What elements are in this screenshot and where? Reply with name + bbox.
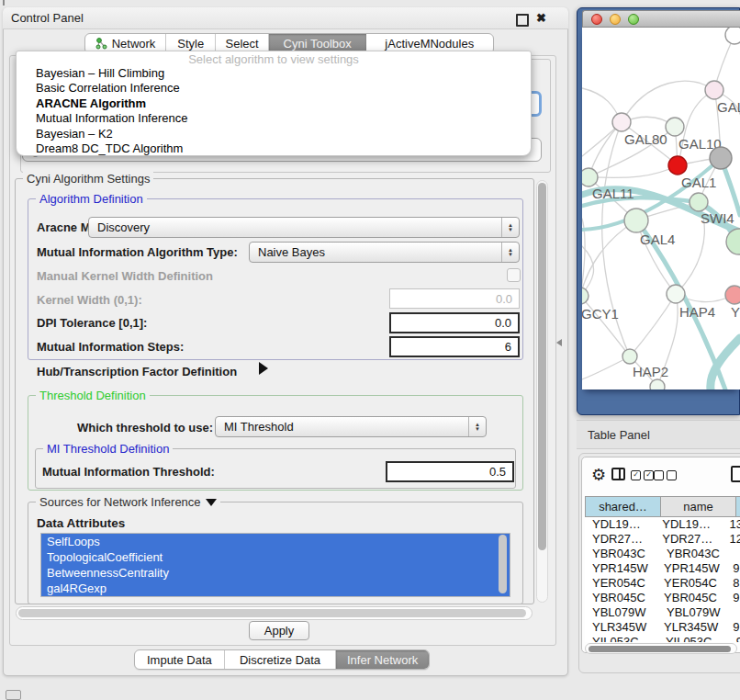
settings-vertical-scrollbar-thumb[interactable] (538, 183, 546, 550)
expand-arrow-icon[interactable] (259, 362, 268, 375)
node-label: GAL (717, 99, 740, 115)
columns-icon[interactable] (611, 468, 625, 480)
tab-impute-data[interactable]: Impute Data (135, 650, 225, 669)
table-row[interactable]: YBR043C YBR043C (585, 547, 740, 561)
network-node-gal4[interactable] (624, 209, 648, 232)
table-row[interactable]: YPR145W YPR145W 9. (585, 561, 740, 576)
network-node[interactable] (725, 28, 740, 44)
attribute-item[interactable]: BetweennessCentrality (41, 565, 510, 581)
network-node[interactable] (726, 229, 740, 254)
table-row[interactable]: YLR345W YLR345W 9. (585, 620, 740, 635)
tab-discretize-data[interactable]: Discretize Data (225, 650, 336, 669)
table-row[interactable]: YER054C YER054C 8. (585, 576, 740, 591)
mi-steps-value: 6 (505, 340, 511, 354)
window-minimize-button[interactable] (610, 14, 621, 25)
network-node-gal80[interactable] (612, 113, 631, 131)
dpi-tolerance-field[interactable]: 0.0 (389, 312, 520, 333)
network-edge[interactable] (630, 294, 676, 356)
control-panel-titlebar[interactable]: Control Panel (3, 7, 568, 29)
table-horizontal-scrollbar-thumb[interactable] (589, 646, 731, 652)
close-button[interactable]: ✖ (536, 14, 546, 23)
column-header-name[interactable]: name (661, 496, 736, 517)
collapse-arrow-icon (206, 499, 217, 506)
node-label: HAP2 (633, 364, 668, 379)
select-all-columns-icon[interactable]: ✓✓ (631, 470, 654, 480)
network-window-titlebar[interactable] (582, 10, 740, 28)
tab-infer-network[interactable]: Infer Network (336, 650, 429, 669)
group-title: MI Threshold Definition (43, 442, 173, 456)
dpi-tolerance-label: DPI Tolerance [0,1]: (37, 316, 147, 330)
dropdown-item[interactable]: Mutual Information Inference (17, 111, 531, 126)
network-node-gal11[interactable] (582, 168, 598, 186)
deselect-all-columns-icon[interactable] (654, 470, 677, 480)
sources-title: Sources for Network Inference (39, 495, 201, 509)
data-attributes-list[interactable]: SelfLoopsTopologicalCoefficientBetweenne… (40, 533, 510, 597)
network-node[interactable] (710, 147, 732, 169)
network-edge[interactable] (582, 296, 630, 356)
stepper-icon: ▲▼ (501, 218, 519, 237)
attribute-item[interactable]: SelfLoops (41, 534, 510, 549)
cell-value: 13 (725, 517, 740, 532)
network-node-gcy1[interactable] (582, 288, 589, 304)
cell-shared-name: YPR145W (585, 561, 656, 576)
apply-button[interactable]: Apply (249, 621, 309, 640)
dropdown-item[interactable]: Dream8 DC_TDC Algorithm (17, 141, 531, 156)
network-edge[interactable] (582, 220, 636, 296)
column-header-shared[interactable]: shared… (585, 496, 661, 517)
network-node-swi4[interactable] (690, 193, 708, 211)
network-edge[interactable] (711, 338, 740, 390)
network-node[interactable] (650, 379, 665, 390)
mi-steps-field[interactable]: 6 (389, 336, 520, 357)
network-node-gal10[interactable] (666, 118, 684, 136)
node-label: GAL1 (681, 175, 716, 190)
network-node-gal1[interactable] (668, 156, 687, 175)
settings-vertical-scrollbar[interactable] (536, 180, 548, 603)
table-row[interactable]: YDL19… YDL19… 13 (585, 517, 740, 532)
kernel-width-field[interactable]: 0.0 (389, 288, 520, 309)
gear-icon[interactable]: ⚙ (591, 465, 606, 485)
attribute-item[interactable]: gal4RGexp (41, 581, 510, 596)
network-canvas[interactable]: GALGAL80GAL10GAL1GAL11SWI4GAL4HAP4YGCY1H… (582, 28, 740, 390)
mi-type-combobox[interactable]: Naive Bayes ▲▼ (249, 242, 520, 263)
apply-label: Apply (264, 624, 295, 638)
dropdown-item[interactable]: Basic Correlation Inference (17, 81, 531, 96)
table-body[interactable]: YDL19… YDL19… 13 YDR27… YDR27… 12 YBR043… (585, 517, 740, 642)
cell-name: YLR345W (656, 620, 728, 635)
network-node-hap2[interactable] (622, 349, 637, 364)
window-close-button[interactable] (591, 14, 602, 25)
mini-panel-button[interactable] (6, 690, 21, 700)
settings-horizontal-scrollbar[interactable] (16, 606, 533, 620)
node-label: Y (731, 304, 740, 320)
table-row[interactable]: YIL053C YIL053C 9 (585, 635, 740, 642)
aracne-mode-combobox[interactable]: Discovery ▲▼ (88, 217, 520, 238)
network-node-gal[interactable] (705, 81, 723, 99)
network-node-hap4[interactable] (667, 285, 685, 303)
dropdown-item[interactable]: ARACNE Algorithm (17, 96, 531, 111)
column-header-third[interactable]: A (736, 496, 740, 517)
dropdown-item[interactable]: Bayesian – Hill Climbing (17, 66, 531, 81)
table-row[interactable]: YBR045C YBR045C 9. (585, 591, 740, 605)
window-zoom-button[interactable] (628, 14, 639, 25)
attribute-item[interactable]: TopologicalCoefficient (41, 549, 510, 565)
mi-threshold-field[interactable]: 0.5 (386, 461, 514, 482)
which-threshold-combobox[interactable]: MI Threshold ▲▼ (215, 416, 487, 437)
aracne-mode-value: Discovery (97, 220, 150, 234)
settings-horizontal-scrollbar-thumb[interactable] (18, 609, 526, 617)
table-row[interactable]: YDR27… YDR27… 12 (585, 532, 740, 547)
stepper-icon: ▲▼ (468, 417, 486, 436)
new-table-icon[interactable] (731, 466, 740, 482)
attributes-scrollbar-thumb[interactable] (499, 535, 507, 593)
manual-kernel-checkbox[interactable] (507, 268, 521, 282)
dropdown-item[interactable]: Bayesian – K2 (17, 127, 531, 141)
table-row[interactable]: YBL079W YBL079W (585, 605, 740, 620)
node-label: HAP4 (679, 304, 715, 320)
network-node-y[interactable] (725, 286, 740, 304)
data-attributes-label: Data Attributes (37, 516, 125, 530)
table-horizontal-scrollbar[interactable] (585, 643, 737, 654)
dropdown-items: Bayesian – Hill ClimbingBasic Correlatio… (17, 66, 531, 156)
float-button[interactable] (516, 14, 529, 30)
table-panel-header[interactable]: Table Panel (577, 420, 740, 449)
splitter-collapse-arrow[interactable] (556, 339, 562, 346)
group-title-row[interactable]: Sources for Network Inference (36, 495, 220, 509)
cell-shared-name: YLR345W (585, 620, 656, 635)
